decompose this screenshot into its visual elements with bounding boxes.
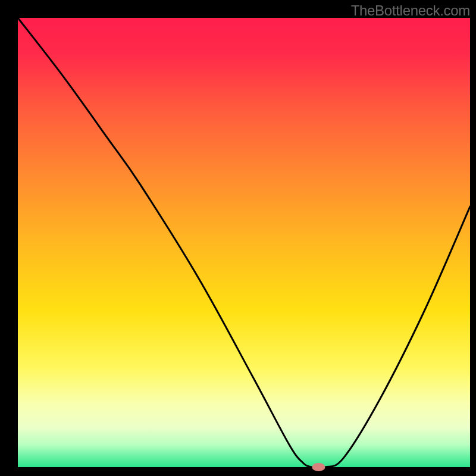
bottleneck-chart: TheBottleneck.com [0, 0, 476, 476]
chart-svg [0, 0, 476, 476]
optimal-marker [312, 463, 325, 471]
plot-background [18, 18, 470, 467]
watermark-text: TheBottleneck.com [351, 2, 470, 19]
